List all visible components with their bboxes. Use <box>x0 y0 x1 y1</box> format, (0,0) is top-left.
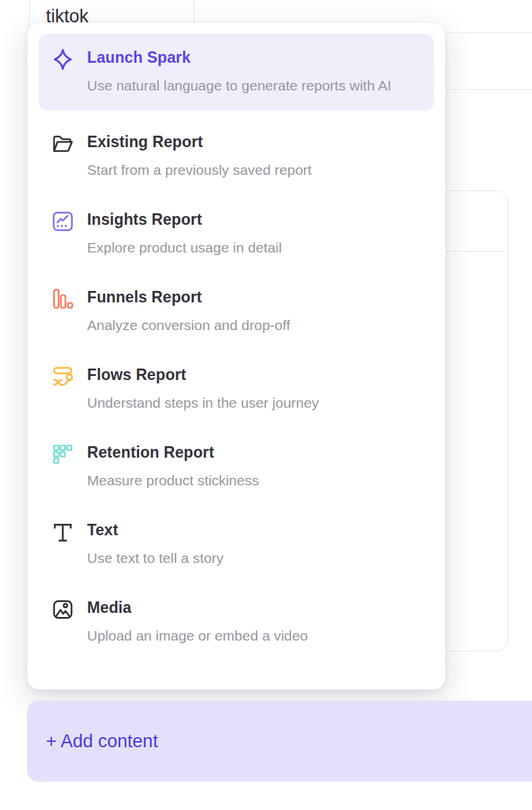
add-content-label: + Add content <box>46 731 158 752</box>
menu-item-description: Analyze conversion and drop-off <box>87 315 290 335</box>
text-icon <box>51 520 75 544</box>
menu-item-media[interactable]: Media Upload an image or embed a video <box>51 599 421 646</box>
flows-icon <box>51 364 75 389</box>
add-content-button[interactable]: + Add content <box>27 701 532 782</box>
menu-item-description: Use natural language to generate reports… <box>87 76 392 96</box>
menu-item-description: Explore product usage in detail <box>87 238 282 258</box>
menu-item-flows-report[interactable]: Flows Report Understand steps in the use… <box>51 366 421 413</box>
menu-item-insights-report[interactable]: Insights Report Explore product usage in… <box>51 211 421 258</box>
menu-item-title: Retention Report <box>87 443 259 462</box>
screen: tiktok Launch Spark Use natural language… <box>0 0 532 810</box>
add-content-menu: Launch Spark Use natural language to gen… <box>27 22 446 690</box>
menu-item-retention-report[interactable]: Retention Report Measure product stickin… <box>51 443 421 491</box>
menu-item-title: Launch Spark <box>87 49 392 68</box>
funnel-bars-icon <box>51 287 75 311</box>
menu-item-description: Upload an image or embed a video <box>87 626 308 646</box>
menu-item-title: Insights Report <box>87 211 282 230</box>
menu-item-existing-report[interactable]: Existing Report Start from a previously … <box>51 133 421 180</box>
menu-item-title: Text <box>87 521 223 540</box>
sparkle-icon <box>51 47 75 72</box>
retention-grid-icon <box>51 442 75 466</box>
menu-item-description: Use text to tell a story <box>87 548 223 568</box>
menu-item-description: Start from a previously saved report <box>87 160 312 180</box>
media-image-icon <box>51 597 75 622</box>
insights-chart-icon <box>51 209 75 234</box>
menu-item-launch-spark[interactable]: Launch Spark Use natural language to gen… <box>38 34 434 111</box>
menu-item-title: Flows Report <box>87 366 319 385</box>
background-column-border-left <box>29 0 30 30</box>
menu-item-title: Funnels Report <box>87 288 290 307</box>
folder-open-icon <box>51 132 75 156</box>
menu-item-title: Media <box>87 599 308 618</box>
menu-item-title: Existing Report <box>87 133 312 152</box>
menu-item-description: Measure product stickiness <box>87 470 259 491</box>
menu-item-funnels-report[interactable]: Funnels Report Analyze conversion and dr… <box>51 288 421 335</box>
menu-item-text[interactable]: Text Use text to tell a story <box>51 521 421 568</box>
menu-item-description: Understand steps in the user journey <box>87 393 319 413</box>
